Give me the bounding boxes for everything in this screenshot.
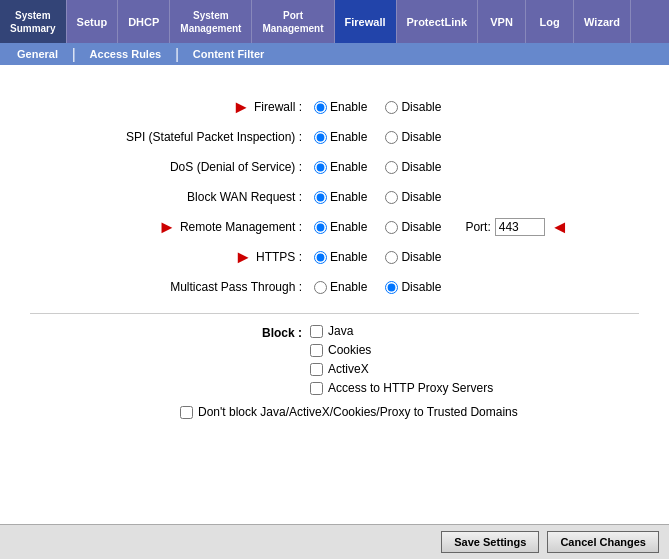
nav-setup[interactable]: Setup	[67, 0, 119, 43]
remote-management-disable-label: Disable	[401, 220, 441, 234]
block-wan-enable-label: Enable	[330, 190, 367, 204]
top-navigation: SystemSummary Setup DHCP SystemManagemen…	[0, 0, 669, 43]
settings-section: ► Firewall : Enable Disable SPI (Statefu…	[30, 95, 639, 299]
save-settings-button[interactable]: Save Settings	[441, 531, 539, 553]
https-disable-option: Disable	[385, 250, 441, 264]
cancel-changes-button[interactable]: Cancel Changes	[547, 531, 659, 553]
nav-protectlink[interactable]: ProtectLink	[397, 0, 479, 43]
multicast-disable-label: Disable	[401, 280, 441, 294]
remote-management-disable-option: Disable	[385, 220, 441, 234]
main-content: ► Firewall : Enable Disable SPI (Statefu…	[0, 65, 669, 429]
firewall-radio-group: Enable Disable	[314, 100, 455, 114]
multicast-disable-option: Disable	[385, 280, 441, 294]
https-enable-radio[interactable]	[314, 251, 327, 264]
trusted-domains-checkbox[interactable]	[180, 406, 193, 419]
block-java-label: Java	[328, 324, 353, 338]
multicast-label: Multicast Pass Through :	[30, 280, 310, 294]
https-label: ► HTTPS :	[30, 247, 310, 268]
dos-label: DoS (Denial of Service) :	[30, 160, 310, 174]
block-section: Block : Java Cookies ActiveX Access to H…	[30, 324, 639, 395]
firewall-disable-radio[interactable]	[385, 101, 398, 114]
subnav-divider-2: |	[173, 46, 181, 62]
bottom-bar: Save Settings Cancel Changes	[0, 524, 669, 559]
block-wan-radio-group: Enable Disable	[314, 190, 455, 204]
block-proxy-label: Access to HTTP Proxy Servers	[328, 381, 493, 395]
firewall-arrow-icon: ►	[232, 97, 250, 118]
section-divider	[30, 313, 639, 314]
subnav-access-rules[interactable]: Access Rules	[78, 43, 174, 65]
block-wan-disable-option: Disable	[385, 190, 441, 204]
remote-management-disable-radio[interactable]	[385, 221, 398, 234]
block-wan-enable-radio[interactable]	[314, 191, 327, 204]
spi-disable-radio[interactable]	[385, 131, 398, 144]
remote-management-label: ► Remote Management :	[30, 217, 310, 238]
https-arrow-icon: ►	[234, 247, 252, 268]
firewall-label: ► Firewall :	[30, 97, 310, 118]
dos-disable-radio[interactable]	[385, 161, 398, 174]
subnav-content-filter[interactable]: Content Filter	[181, 43, 277, 65]
firewall-enable-option: Enable	[314, 100, 367, 114]
nav-firewall[interactable]: Firewall	[335, 0, 397, 43]
https-row: ► HTTPS : Enable Disable	[30, 245, 639, 269]
https-disable-radio[interactable]	[385, 251, 398, 264]
block-wan-label: Block WAN Request :	[30, 190, 310, 204]
dos-disable-option: Disable	[385, 160, 441, 174]
spi-disable-option: Disable	[385, 130, 441, 144]
block-java-checkbox[interactable]	[310, 325, 323, 338]
nav-port-management[interactable]: PortManagement	[252, 0, 334, 43]
block-activex-option: ActiveX	[310, 362, 493, 376]
multicast-enable-radio[interactable]	[314, 281, 327, 294]
spi-enable-option: Enable	[314, 130, 367, 144]
dos-enable-label: Enable	[330, 160, 367, 174]
block-cookies-checkbox[interactable]	[310, 344, 323, 357]
dos-row: DoS (Denial of Service) : Enable Disable	[30, 155, 639, 179]
trusted-domains-row: Don't block Java/ActiveX/Cookies/Proxy t…	[30, 405, 639, 419]
multicast-row: Multicast Pass Through : Enable Disable	[30, 275, 639, 299]
nav-system-summary[interactable]: SystemSummary	[0, 0, 67, 43]
spi-radio-group: Enable Disable	[314, 130, 455, 144]
dos-enable-option: Enable	[314, 160, 367, 174]
block-wan-enable-option: Enable	[314, 190, 367, 204]
nav-dhcp[interactable]: DHCP	[118, 0, 170, 43]
firewall-enable-label: Enable	[330, 100, 367, 114]
block-cookies-label: Cookies	[328, 343, 371, 357]
remote-management-enable-radio[interactable]	[314, 221, 327, 234]
nav-wizard[interactable]: Wizard	[574, 0, 631, 43]
block-wan-disable-label: Disable	[401, 190, 441, 204]
https-enable-option: Enable	[314, 250, 367, 264]
subnav-divider-1: |	[70, 46, 78, 62]
multicast-disable-radio[interactable]	[385, 281, 398, 294]
block-label: Block :	[30, 324, 310, 395]
trusted-domains-label: Don't block Java/ActiveX/Cookies/Proxy t…	[198, 405, 518, 419]
https-disable-label: Disable	[401, 250, 441, 264]
port-label: Port:	[465, 220, 490, 234]
sub-navigation: General | Access Rules | Content Filter	[0, 43, 669, 65]
firewall-disable-option: Disable	[385, 100, 441, 114]
subnav-general[interactable]: General	[5, 43, 70, 65]
block-proxy-checkbox[interactable]	[310, 382, 323, 395]
port-section: Port: ◄	[465, 217, 568, 238]
multicast-enable-option: Enable	[314, 280, 367, 294]
dos-radio-group: Enable Disable	[314, 160, 455, 174]
nav-system-management[interactable]: SystemManagement	[170, 0, 252, 43]
multicast-radio-group: Enable Disable	[314, 280, 455, 294]
block-activex-label: ActiveX	[328, 362, 369, 376]
port-arrow-icon: ◄	[551, 217, 569, 238]
spi-enable-radio[interactable]	[314, 131, 327, 144]
block-proxy-option: Access to HTTP Proxy Servers	[310, 381, 493, 395]
remote-management-row: ► Remote Management : Enable Disable Por…	[30, 215, 639, 239]
block-java-option: Java	[310, 324, 493, 338]
block-wan-disable-radio[interactable]	[385, 191, 398, 204]
nav-vpn[interactable]: VPN	[478, 0, 526, 43]
spi-label: SPI (Stateful Packet Inspection) :	[30, 130, 310, 144]
remote-management-radio-group: Enable Disable	[314, 220, 455, 234]
port-input[interactable]	[495, 218, 545, 236]
block-wan-row: Block WAN Request : Enable Disable	[30, 185, 639, 209]
nav-log[interactable]: Log	[526, 0, 574, 43]
remote-management-enable-option: Enable	[314, 220, 367, 234]
remote-management-arrow-icon: ►	[158, 217, 176, 238]
firewall-enable-radio[interactable]	[314, 101, 327, 114]
remote-management-enable-label: Enable	[330, 220, 367, 234]
dos-enable-radio[interactable]	[314, 161, 327, 174]
block-activex-checkbox[interactable]	[310, 363, 323, 376]
